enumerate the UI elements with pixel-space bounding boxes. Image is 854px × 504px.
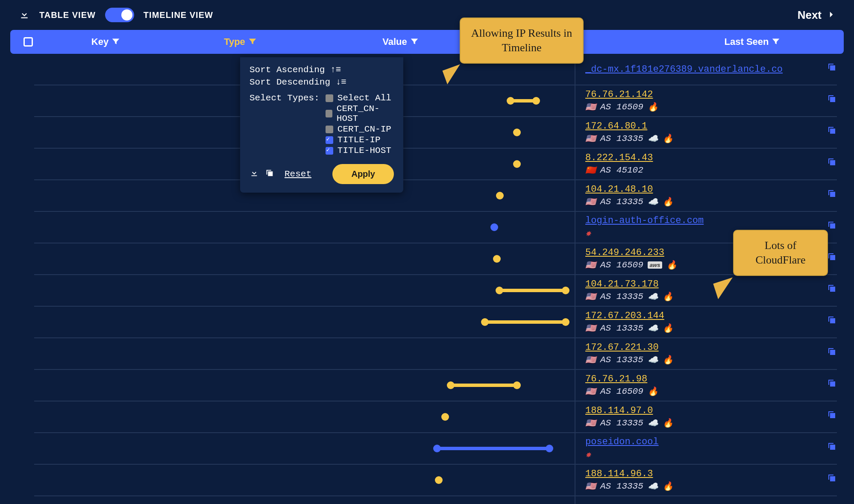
result-link[interactable]: 104.21.48.10 [585, 184, 653, 195]
timeline-dot [433, 445, 441, 452]
copy-icon[interactable] [827, 188, 837, 200]
copy-icon[interactable] [827, 156, 837, 168]
cloud-icon: ☁️ [648, 323, 658, 334]
result-link[interactable]: login-auth-office.com [585, 215, 704, 226]
sort-desc-icon: ↓≡ [336, 77, 346, 87]
view-toggle[interactable] [105, 8, 134, 22]
row-meta: ✸ [585, 449, 837, 460]
result-link[interactable]: 76.76.21.98 [585, 374, 647, 384]
checkbox[interactable] [326, 136, 333, 144]
table-row: 104.21.48.10🇺🇸AS 13335☁️🔥 [34, 180, 837, 212]
col-key[interactable]: Key [38, 36, 174, 47]
filter-option-label: TITLE-HOST [337, 146, 391, 155]
download-icon[interactable] [19, 9, 30, 21]
table-row: poseidon.cool✸ [34, 433, 837, 465]
timeline-cell [34, 212, 585, 243]
row-meta: 🇺🇸AS 13335☁️🔥 [585, 481, 837, 492]
timeline-dot [496, 192, 504, 199]
copy-icon[interactable] [827, 283, 837, 295]
checkbox[interactable] [326, 94, 333, 102]
flag-icon: 🇺🇸 [585, 418, 596, 428]
copy-icon[interactable] [827, 346, 837, 358]
result-link[interactable]: _dc-mx.1f181e276389.vanderlancle.co [585, 64, 783, 75]
result-link[interactable]: 188.114.97.0 [585, 405, 653, 416]
filter-option[interactable]: CERT_CN-HOST [326, 104, 394, 123]
checkbox[interactable] [326, 126, 333, 133]
asn-label: AS 13335 [600, 323, 643, 333]
result-link[interactable]: poseidon.cool [585, 437, 659, 447]
timeline-view-label[interactable]: TIMELINE VIEW [144, 10, 213, 20]
copy-icon[interactable] [827, 472, 837, 484]
table-row: 172.64.80.1🇺🇸AS 13335☁️🔥 [34, 117, 837, 149]
filter-option[interactable]: CERT_CN-IP [326, 124, 394, 134]
copy-icon[interactable] [265, 168, 274, 179]
col-type[interactable]: Type [174, 36, 307, 47]
copy-icon[interactable] [827, 62, 837, 73]
timeline-dot [496, 287, 503, 294]
asn-label: AS 16509 [600, 102, 643, 112]
result-link[interactable]: 172.64.80.1 [585, 121, 647, 132]
result-link[interactable]: 76.76.21.142 [585, 89, 653, 100]
copy-icon[interactable] [827, 409, 837, 421]
select-all-checkbox[interactable] [23, 37, 33, 47]
timeline-dot [562, 287, 569, 294]
result-link[interactable]: 188.114.96.3 [585, 469, 653, 479]
table-row: 172.67.203.144🇺🇸AS 13335☁️🔥 [34, 307, 837, 338]
row-meta: 🇨🇳AS 45102 [585, 165, 837, 176]
asn-label: AS 16509 [600, 260, 643, 270]
filter-option-label: Select All [337, 93, 391, 103]
timeline-bar [499, 289, 566, 292]
flag-icon: 🇺🇸 [585, 133, 596, 144]
apply-button[interactable]: Apply [332, 164, 394, 184]
row-meta: 🇺🇸AS 13335☁️🔥 [585, 418, 837, 428]
fire-icon: 🔥 [663, 355, 673, 365]
copy-icon[interactable] [827, 93, 837, 105]
sort-descending[interactable]: Sort Descending ↓≡ [249, 77, 394, 87]
filter-option-label: CERT_CN-HOST [337, 104, 394, 123]
timeline-dot [513, 381, 521, 389]
col-last-seen[interactable]: Last Seen [670, 36, 835, 47]
result-link[interactable]: 172.67.221.30 [585, 342, 659, 353]
table-row: 172.67.221.30🇺🇸AS 13335☁️🔥 [34, 338, 837, 370]
flag-icon: 🇨🇳 [585, 165, 596, 176]
copy-icon[interactable] [827, 314, 837, 326]
checkbox[interactable] [326, 147, 333, 155]
result-link[interactable]: 8.222.154.43 [585, 152, 653, 163]
row-meta: 🇺🇸AS 16509🔥 [585, 386, 837, 397]
flag-icon: 🇺🇸 [585, 481, 596, 492]
timeline-cell [34, 275, 585, 306]
checkbox[interactable] [326, 110, 332, 117]
cloud-icon: ☁️ [648, 418, 658, 428]
reset-button[interactable]: Reset [285, 169, 311, 179]
copy-icon[interactable] [827, 125, 837, 137]
table-row: 76.76.21.142🇺🇸AS 16509🔥 [34, 85, 837, 117]
filter-option[interactable]: TITLE-HOST [326, 146, 394, 155]
timeline-cell [34, 401, 585, 432]
download-icon[interactable] [249, 168, 259, 179]
row-meta: 🇺🇸AS 13335☁️🔥 [585, 323, 837, 334]
copy-icon[interactable] [827, 220, 837, 231]
copy-icon[interactable] [827, 441, 837, 453]
filter-option-label: TITLE-IP [337, 135, 381, 145]
next-button[interactable]: Next [798, 9, 837, 22]
sort-ascending[interactable]: Sort Ascending ↑≡ [249, 65, 394, 75]
filter-icon [248, 36, 257, 47]
timeline-dot [513, 160, 521, 168]
copy-icon[interactable] [827, 251, 837, 263]
timeline-dot [490, 223, 498, 231]
filter-icon [410, 36, 419, 47]
timeline-dot [562, 318, 569, 326]
result-link[interactable]: 54.249.246.233 [585, 247, 664, 258]
annotation-callout: Lots of CloudFlare [733, 230, 828, 276]
result-link[interactable]: 104.21.73.178 [585, 279, 659, 290]
timeline-dot [546, 445, 553, 452]
copy-icon[interactable] [827, 378, 837, 390]
table-row: 188.114.96.3🇺🇸AS 13335☁️🔥 [34, 465, 837, 496]
fire-icon: 🔥 [663, 481, 673, 492]
row-info: _dc-mx.1f181e276389.vanderlancle.co [585, 61, 837, 78]
result-link[interactable]: 172.67.203.144 [585, 311, 664, 321]
table-view-label[interactable]: TABLE VIEW [39, 10, 96, 20]
row-meta: 🇺🇸AS 13335☁️🔥 [585, 196, 837, 207]
filter-option[interactable]: TITLE-IP [326, 135, 394, 145]
filter-option[interactable]: Select All [326, 93, 394, 103]
